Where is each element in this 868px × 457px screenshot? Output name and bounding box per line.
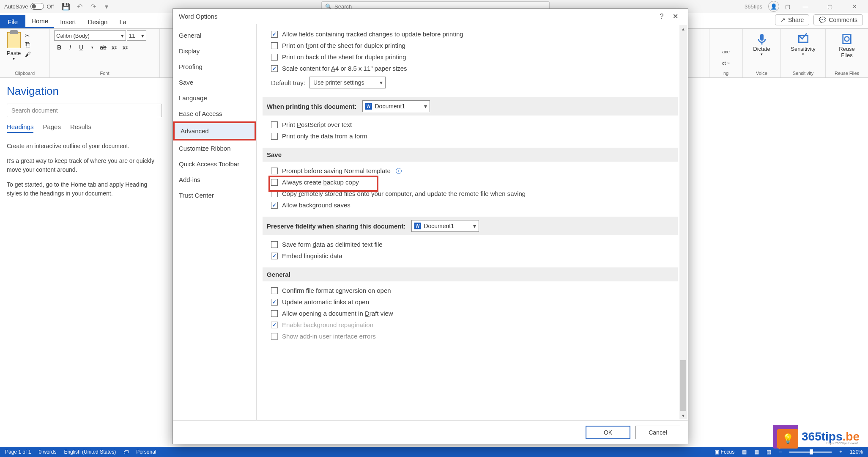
opt-embed-linguistic[interactable]: Embed linguistic data — [263, 250, 678, 262]
reuse-files-button[interactable]: Reuse Files — [830, 30, 864, 60]
save-icon[interactable]: 💾 — [62, 3, 70, 10]
checkbox[interactable] — [271, 179, 278, 186]
when-printing-doc-select[interactable]: W Document1 — [362, 100, 430, 112]
sensitivity-status[interactable]: Personal — [136, 449, 156, 455]
checkbox[interactable] — [271, 65, 278, 72]
checkbox[interactable] — [271, 54, 278, 61]
font-name-select[interactable]: Calibri (Body)▾ — [54, 30, 126, 41]
opt-scale-a4[interactable]: Scale content for A4 or 8.5 x 11" paper … — [263, 63, 678, 74]
preserve-doc-select[interactable]: W Document1 — [411, 220, 479, 232]
file-tab[interactable]: File — [0, 15, 25, 28]
scrollbar[interactable]: ▲ ▼ — [679, 25, 687, 419]
close-button[interactable]: ✕ — [845, 0, 864, 12]
nav-tab-headings[interactable]: Headings — [7, 123, 33, 133]
checkbox[interactable] — [271, 253, 278, 259]
nav-ease-of-access[interactable]: Ease of Access — [173, 106, 256, 121]
checkbox[interactable] — [271, 31, 278, 38]
scroll-up-icon[interactable]: ▲ — [679, 25, 687, 33]
tab-layout-cut[interactable]: La — [113, 15, 132, 28]
opt-addin-errors[interactable]: Show add-in user interface errors — [263, 330, 678, 342]
qat-dropdown-icon[interactable]: ▾ — [103, 3, 110, 10]
sensitivity-button[interactable]: Sensitivity ▾ — [785, 30, 821, 58]
nav-quick-access-toolbar[interactable]: Quick Access Toolbar — [173, 156, 256, 172]
tab-home[interactable]: Home — [25, 15, 54, 28]
bold-button[interactable]: B — [54, 42, 64, 52]
checkbox[interactable] — [271, 241, 278, 248]
opt-confirm-conversion[interactable]: Confirm file format conversion on open — [263, 285, 678, 296]
superscript-button[interactable]: x2 — [120, 42, 130, 52]
checkbox[interactable] — [271, 310, 278, 317]
word-count[interactable]: 0 words — [38, 449, 56, 455]
opt-always-backup[interactable]: Always create backup copy — [263, 176, 678, 188]
checkbox[interactable] — [271, 299, 278, 306]
nav-language[interactable]: Language — [173, 90, 256, 106]
opt-postscript[interactable]: Print PostScript over text — [263, 119, 678, 130]
chevron-down-icon[interactable]: ▾ — [87, 42, 97, 52]
undo-icon[interactable]: ↶ — [76, 3, 83, 10]
checkbox[interactable] — [271, 121, 278, 128]
opt-prompt-normal[interactable]: Prompt before saving Normal templatei — [263, 165, 678, 176]
checkbox[interactable] — [271, 287, 278, 294]
close-button[interactable]: ✕ — [668, 12, 682, 20]
strikethrough-button[interactable]: ab — [98, 42, 108, 52]
copy-icon[interactable]: ⿻ — [25, 41, 31, 48]
zoom-in-button[interactable]: + — [839, 449, 842, 455]
paste-button[interactable]: Paste ▾ — [4, 30, 23, 63]
cut-icon[interactable]: ✂ — [25, 32, 31, 39]
checkbox[interactable] — [271, 42, 278, 49]
nav-customize-ribbon[interactable]: Customize Ribbon — [173, 140, 256, 156]
subscript-button[interactable]: x2 — [109, 42, 119, 52]
nav-advanced[interactable]: Advanced — [173, 121, 256, 140]
font-size-select[interactable]: 11▾ — [127, 30, 146, 41]
default-tray-select[interactable]: Use printer settings — [309, 77, 386, 88]
nav-tab-results[interactable]: Results — [70, 123, 91, 133]
account-label[interactable]: 365tips — [745, 3, 762, 10]
web-layout-icon[interactable]: ▨ — [767, 449, 771, 455]
checkbox[interactable] — [271, 133, 278, 140]
maximize-button[interactable]: ▢ — [821, 0, 839, 12]
nav-general[interactable]: General — [173, 28, 256, 43]
opt-background-saves[interactable]: Allow background saves — [263, 199, 678, 211]
share-button[interactable]: ↗Share — [775, 14, 809, 25]
language-status[interactable]: English (United States) — [64, 449, 116, 455]
comments-button[interactable]: 💬Comments — [813, 14, 863, 25]
page-status[interactable]: Page 1 of 1 — [5, 449, 31, 455]
cancel-button[interactable]: Cancel — [635, 426, 680, 439]
nav-tab-pages[interactable]: Pages — [43, 123, 61, 133]
replace-button[interactable]: acect ~ — [714, 30, 738, 67]
opt-copy-remote[interactable]: Copy remotely stored files onto your com… — [263, 188, 678, 199]
checkbox[interactable] — [271, 202, 278, 209]
scroll-thumb[interactable] — [680, 360, 686, 411]
format-painter-icon[interactable]: 🖌 — [25, 51, 31, 58]
nav-display[interactable]: Display — [173, 43, 256, 59]
account-avatar-icon[interactable]: 👤 — [768, 1, 779, 12]
opt-update-auto-links[interactable]: Update automatic links at open — [263, 296, 678, 308]
opt-draft-view[interactable]: Allow opening a document in Draft view — [263, 308, 678, 319]
opt-print-data-only[interactable]: Print only the data from a form — [263, 130, 678, 142]
checkbox[interactable] — [271, 333, 278, 340]
scroll-down-icon[interactable]: ▼ — [679, 412, 687, 419]
opt-print-front[interactable]: Print on front of the sheet for duplex p… — [263, 40, 678, 51]
info-icon[interactable]: i — [396, 168, 402, 174]
opt-print-back[interactable]: Print on back of the sheet for duplex pr… — [263, 51, 678, 63]
read-mode-icon[interactable]: ▤ — [742, 449, 747, 455]
checkbox[interactable] — [271, 168, 278, 174]
nav-proofing[interactable]: Proofing — [173, 59, 256, 74]
nav-add-ins[interactable]: Add-ins — [173, 172, 256, 187]
zoom-level[interactable]: 120% — [850, 449, 863, 455]
italic-button[interactable]: I — [65, 42, 75, 52]
tab-design[interactable]: Design — [82, 15, 114, 28]
print-layout-icon[interactable]: ▦ — [754, 449, 759, 455]
ribbon-mode-icon[interactable]: ▢ — [785, 3, 790, 10]
checkbox[interactable] — [271, 190, 278, 197]
help-button[interactable]: ? — [655, 13, 668, 20]
opt-save-form-data[interactable]: Save form data as delimited text file — [263, 239, 678, 250]
navigation-search-input[interactable]: Search document — [7, 104, 162, 117]
nav-save[interactable]: Save — [173, 74, 256, 90]
ok-button[interactable]: OK — [586, 426, 630, 439]
dictate-button[interactable]: Dictate ▾ — [747, 30, 776, 58]
redo-icon[interactable]: ↷ — [89, 3, 97, 10]
focus-button[interactable]: ▣ Focus — [715, 449, 734, 455]
tab-insert[interactable]: Insert — [54, 15, 82, 28]
minimize-button[interactable]: — — [796, 0, 815, 12]
